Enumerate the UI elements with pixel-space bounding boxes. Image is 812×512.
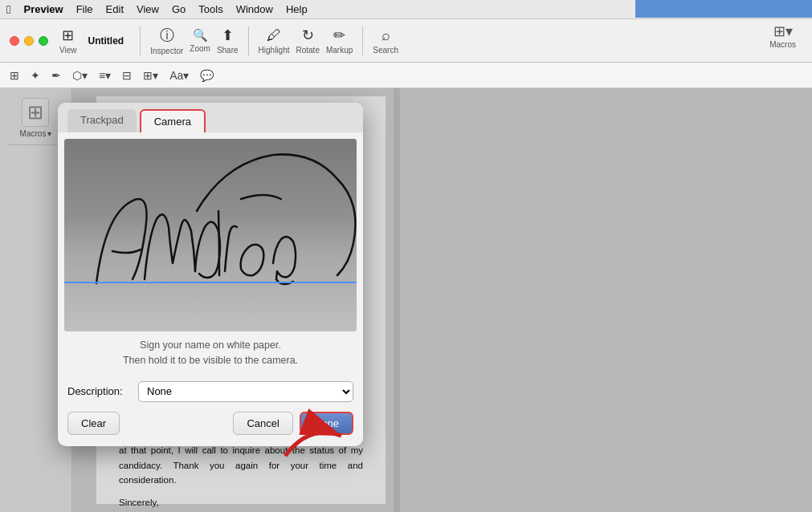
- zoom-button[interactable]: 🔍 Zoom: [190, 28, 210, 53]
- inspector-label: Inspector: [150, 47, 183, 55]
- signature-baseline: [64, 282, 357, 283]
- blue-accent-bar: [635, 0, 812, 18]
- shape-tool[interactable]: ⬡▾: [69, 67, 91, 83]
- sig-description-wrapper: None: [138, 381, 353, 402]
- share-button[interactable]: ⬆ Share: [217, 26, 239, 55]
- color-picker[interactable]: ⊞▾: [140, 67, 161, 83]
- secondary-toolbar: ⊞ ✦ ✒ ⬡▾ ≡▾ ⊟ ⊞▾ Aa▾ 💬: [0, 63, 812, 88]
- highlight-label: Highlight: [259, 46, 290, 55]
- menu-edit[interactable]: Edit: [106, 3, 124, 15]
- rotate-icon: ↻: [302, 26, 314, 44]
- clear-button[interactable]: Clear: [67, 412, 120, 435]
- zoom-icon: 🔍: [193, 28, 208, 43]
- menu-view[interactable]: View: [137, 3, 159, 15]
- highlight-icon: 🖊: [267, 27, 281, 44]
- markup-icon: ✏: [333, 26, 345, 44]
- text-size[interactable]: Aa▾: [166, 67, 192, 83]
- share-icon: ⬆: [222, 26, 234, 44]
- highlight-button[interactable]: 🖊 Highlight: [259, 27, 290, 55]
- view-icon: ⊞: [62, 26, 74, 44]
- maximize-button[interactable]: [39, 36, 48, 46]
- arrow-pointer: [277, 408, 357, 464]
- markup-button[interactable]: ✏ Markup: [326, 26, 353, 55]
- toolbar-sep-2: [248, 26, 249, 55]
- camera-view: [64, 139, 357, 331]
- inspector-button[interactable]: ⓘ Inspector: [150, 26, 183, 55]
- page-view[interactable]: ⊟: [119, 67, 135, 83]
- app-name[interactable]: Preview: [23, 3, 63, 15]
- pen-tool[interactable]: ✒: [48, 67, 64, 83]
- menu-file[interactable]: File: [76, 3, 93, 15]
- sig-instruction: Sign your name on white paper. Then hold…: [71, 338, 350, 368]
- lasso-tool[interactable]: ✦: [27, 67, 43, 83]
- search-label: Search: [373, 46, 398, 55]
- share-label: Share: [217, 46, 239, 55]
- menu-go[interactable]: Go: [172, 3, 186, 15]
- rotate-button[interactable]: ↻ Rotate: [296, 26, 319, 55]
- text-format[interactable]: ≡▾: [96, 67, 114, 83]
- toolbar-sep-1: [140, 26, 141, 55]
- window-title: Untitled: [82, 35, 131, 47]
- rotate-label: Rotate: [296, 46, 319, 55]
- macros-icon: ⊞▾: [773, 22, 793, 40]
- search-icon: ⌕: [382, 27, 390, 44]
- main-toolbar: ⊞ View Untitled ⓘ Inspector 🔍 Zoom ⬆ Sha…: [0, 19, 812, 63]
- sig-tabs: Trackpad Camera: [58, 103, 363, 132]
- minimize-button[interactable]: [24, 36, 34, 46]
- note-tool[interactable]: 💬: [197, 67, 217, 83]
- menu-help[interactable]: Help: [286, 3, 308, 15]
- macros-label: Macros: [769, 40, 796, 49]
- search-button[interactable]: ⌕ Search: [373, 27, 398, 55]
- sig-description-row: Description: None: [58, 378, 363, 408]
- view-label: View: [59, 46, 77, 55]
- signature-drawing: [64, 139, 357, 331]
- menu-window[interactable]: Window: [236, 3, 273, 15]
- sidebar-toggle[interactable]: ⊞: [6, 67, 22, 83]
- inspector-icon: ⓘ: [160, 26, 174, 45]
- apple-menu[interactable]: : [6, 2, 10, 16]
- zoom-label: Zoom: [190, 44, 210, 53]
- tab-camera[interactable]: Camera: [140, 109, 206, 132]
- menu-tools[interactable]: Tools: [198, 3, 222, 15]
- traffic-lights: [10, 36, 48, 46]
- signature-dialog: Trackpad Camera: [58, 103, 363, 446]
- close-button[interactable]: [10, 36, 19, 46]
- document-area: ⊞ Macros ▾ U LETTER at the Marshall& Ils…: [0, 88, 812, 512]
- sig-description-label: Description:: [67, 385, 132, 397]
- main-area: ⊞ Macros ▾ U LETTER at the Marshall& Ils…: [0, 88, 812, 512]
- macros-button[interactable]: ⊞▾ Macros: [769, 22, 796, 49]
- view-button[interactable]: ⊞ View: [59, 26, 77, 55]
- sig-description-select[interactable]: None: [138, 381, 353, 402]
- toolbar-sep-3: [362, 26, 363, 55]
- markup-label: Markup: [326, 46, 353, 55]
- tab-trackpad[interactable]: Trackpad: [67, 109, 137, 132]
